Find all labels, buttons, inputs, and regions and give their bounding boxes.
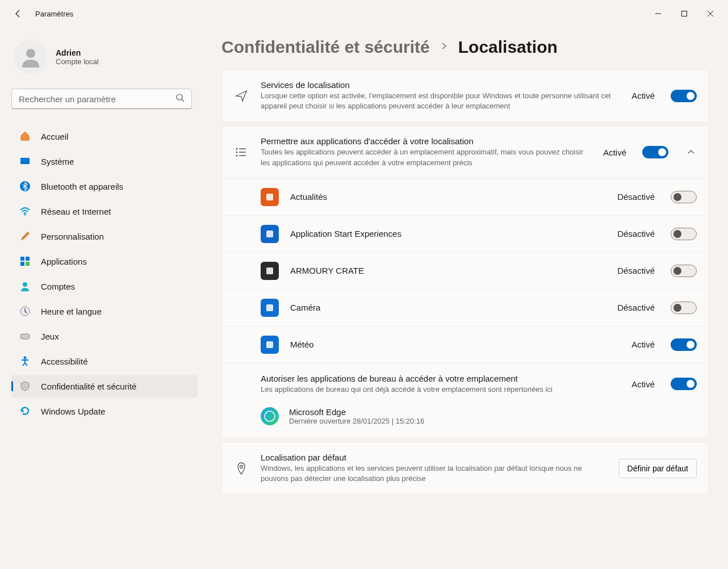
toggle-status: Activé (631, 379, 655, 389)
person-icon (19, 281, 31, 292)
chevron-up-icon[interactable] (685, 148, 697, 156)
shield-icon (19, 380, 31, 392)
app-name: Caméra (290, 303, 606, 312)
app-status: Désactivé (617, 229, 655, 239)
chevron-right-icon (440, 42, 448, 52)
card-title: Services de localisation (261, 80, 620, 90)
bluetooth-icon (19, 181, 31, 192)
location-services-card: Services de localisation Lorsque cette o… (221, 69, 709, 122)
nav-system[interactable]: Système (11, 150, 198, 173)
location-arrow-icon (233, 89, 249, 103)
clock-icon (19, 306, 31, 317)
nav-accessibility[interactable]: Accessibilité (11, 350, 198, 373)
nav-label: Système (41, 157, 74, 166)
svg-rect-9 (26, 257, 30, 261)
wifi-icon (19, 206, 31, 217)
app-row: Actualités Désactivé (222, 178, 708, 215)
svg-point-20 (236, 155, 238, 157)
app-name: Actualités (290, 192, 606, 202)
card-desc: Les applications de bureau qui ont déjà … (261, 384, 620, 395)
sidebar: Adrien Compte local Accueil Système Blu (0, 27, 204, 569)
allow-apps-toggle[interactable] (642, 146, 668, 158)
accessibility-icon (19, 355, 31, 367)
desktop-app-name: Microsoft Edge (289, 407, 424, 417)
update-icon (19, 405, 31, 417)
nav-home[interactable]: Accueil (11, 125, 198, 148)
svg-rect-25 (266, 304, 273, 311)
desktop-app-row: Microsoft Edge Dernière ouverture 28/01/… (261, 405, 697, 428)
app-status: Désactivé (617, 303, 655, 312)
default-location-card: Localisation par défaut Windows, les app… (221, 442, 709, 495)
nav-label: Confidentialité et sécurité (41, 382, 136, 391)
app-name: ARMOURY CRATE (290, 266, 606, 275)
minimize-button[interactable] (645, 5, 671, 23)
app-title: Paramètres (35, 10, 73, 18)
nav-gaming[interactable]: Jeux (11, 325, 198, 348)
app-toggle[interactable] (671, 265, 697, 277)
toggle-status: Activé (631, 91, 655, 101)
card-desc: Windows, les applications et les service… (261, 463, 608, 484)
svg-line-4 (182, 99, 184, 102)
svg-rect-5 (20, 158, 30, 164)
svg-rect-8 (20, 257, 24, 261)
back-button[interactable] (12, 8, 24, 19)
desktop-apps-toggle[interactable] (671, 378, 697, 390)
nav-label: Personnalisation (41, 232, 104, 241)
svg-point-2 (26, 49, 35, 58)
nav-bluetooth[interactable]: Bluetooth et appareils (11, 175, 198, 198)
app-icon (261, 225, 279, 243)
set-default-button[interactable]: Définir par défaut (619, 459, 697, 478)
map-pin-icon (233, 462, 249, 475)
nav-update[interactable]: Windows Update (11, 400, 198, 422)
location-services-toggle[interactable] (671, 90, 697, 102)
nav-privacy[interactable]: Confidentialité et sécurité (11, 375, 198, 398)
app-row: ARMOURY CRATE Désactivé (222, 252, 708, 289)
svg-rect-23 (266, 231, 273, 237)
close-button[interactable] (697, 5, 723, 23)
nav-network[interactable]: Réseau et Internet (11, 200, 198, 223)
maximize-button[interactable] (671, 5, 697, 23)
app-row: Météo Activé (222, 326, 708, 363)
search-input[interactable] (11, 89, 192, 109)
profile[interactable]: Adrien Compte local (11, 32, 198, 89)
app-toggle[interactable] (671, 228, 697, 240)
app-row: Application Start Experiences Désactivé (222, 215, 708, 252)
card-title: Localisation par défaut (261, 453, 608, 462)
nav-label: Bluetooth et appareils (41, 182, 123, 191)
svg-rect-22 (266, 194, 273, 200)
nav-applications[interactable]: Applications (11, 250, 198, 273)
titlebar: Paramètres (0, 0, 728, 27)
profile-subtitle: Compte local (56, 57, 99, 66)
app-list: Actualités Désactivé Application Start E… (222, 178, 708, 363)
search-icon (175, 93, 185, 104)
svg-rect-1 (682, 11, 687, 16)
app-toggle[interactable] (671, 338, 697, 351)
app-toggle[interactable] (671, 191, 697, 203)
app-status: Désactivé (617, 192, 655, 202)
breadcrumb-parent[interactable]: Confidentialité et sécurité (221, 37, 430, 57)
nav-time-language[interactable]: Heure et langue (11, 300, 198, 323)
breadcrumb-current: Localisation (458, 37, 558, 57)
svg-point-18 (236, 152, 238, 153)
nav-accounts[interactable]: Comptes (11, 275, 198, 298)
edge-icon (261, 407, 279, 425)
nav-label: Réseau et Internet (41, 207, 111, 216)
nav-list: Accueil Système Bluetooth et appareils R… (11, 125, 198, 422)
profile-name: Adrien (56, 48, 99, 57)
svg-point-12 (23, 282, 27, 287)
main-content: Confidentialité et sécurité Localisation… (204, 27, 728, 569)
list-icon (233, 145, 249, 159)
gamepad-icon (19, 330, 31, 342)
svg-point-28 (240, 465, 243, 468)
nav-label: Applications (41, 257, 87, 266)
toggle-status: Activé (603, 148, 626, 157)
svg-rect-14 (20, 334, 30, 339)
app-name: Application Start Experiences (290, 229, 606, 239)
app-status: Désactivé (617, 266, 655, 275)
avatar (14, 40, 48, 74)
app-toggle[interactable] (671, 302, 697, 314)
svg-point-7 (24, 214, 26, 216)
svg-point-16 (236, 148, 238, 150)
nav-personalization[interactable]: Personnalisation (11, 225, 198, 248)
card-desc: Toutes les applications peuvent accéder … (261, 147, 592, 168)
